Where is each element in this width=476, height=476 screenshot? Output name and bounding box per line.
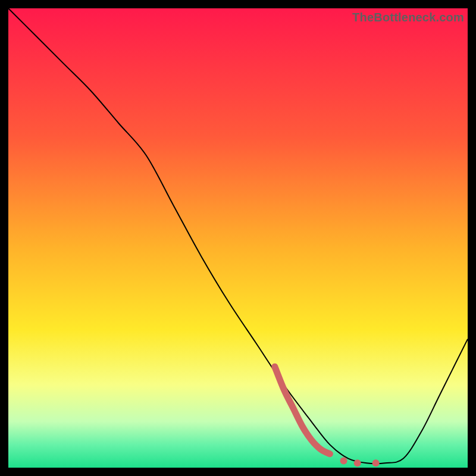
highlight-dot xyxy=(340,457,347,464)
chart-frame: TheBottleneck.com xyxy=(8,8,468,468)
watermark-text: TheBottleneck.com xyxy=(352,11,464,24)
highlight-dot xyxy=(354,459,361,466)
chart-svg xyxy=(8,8,468,468)
highlight-dot xyxy=(372,459,380,466)
